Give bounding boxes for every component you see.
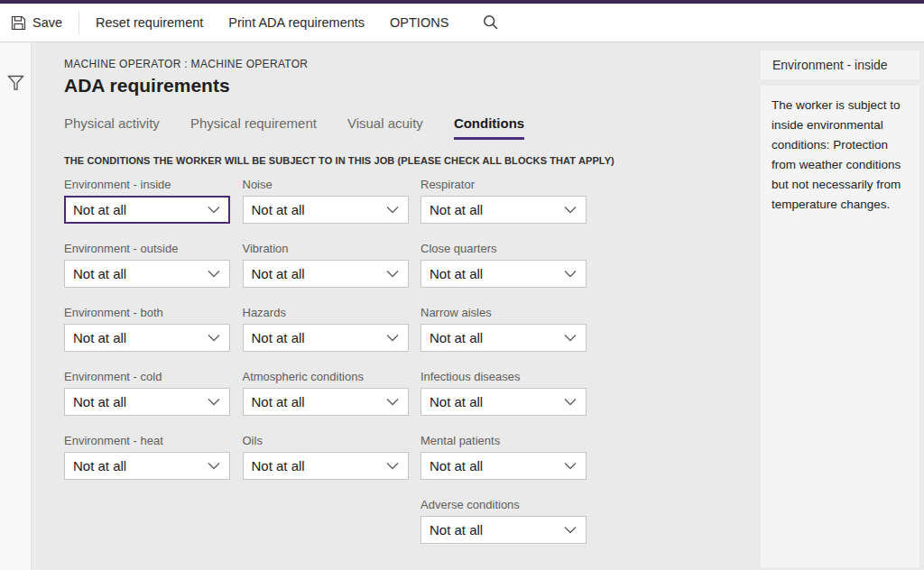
field-label: Noise [243, 178, 409, 191]
condition-field: Oils Not at all [243, 434, 409, 480]
search-button[interactable] [474, 4, 508, 41]
field-label: Vibration [243, 242, 409, 255]
dropdown-environment-inside[interactable]: Not at all [64, 196, 230, 224]
dropdown-vibration[interactable]: Not at all [243, 260, 409, 288]
dropdown-value: Not at all [430, 266, 483, 281]
chevron-down-icon [386, 398, 399, 406]
conditions-grid: Environment - inside Not at all Environm… [64, 178, 758, 562]
reset-requirement-label: Reset requirement [96, 15, 203, 30]
dropdown-hazards[interactable]: Not at all [243, 324, 409, 352]
condition-field: Hazards Not at all [243, 306, 409, 352]
search-icon [483, 14, 499, 31]
save-icon [11, 15, 26, 31]
condition-field: Environment - inside Not at all [64, 178, 230, 224]
field-label: Oils [243, 434, 409, 447]
condition-field: Close quarters Not at all [420, 242, 587, 288]
dropdown-narrow-aisles[interactable]: Not at all [420, 324, 587, 352]
dropdown-mental-patients[interactable]: Not at all [420, 452, 587, 480]
chevron-down-icon [564, 206, 577, 214]
dropdown-close-quarters[interactable]: Not at all [420, 260, 587, 288]
field-label: Mental patients [420, 434, 587, 447]
side-panel-description: The worker is subject to inside environm… [761, 86, 919, 567]
chevron-down-icon [564, 398, 577, 406]
dropdown-value: Not at all [73, 202, 126, 217]
condition-field: Environment - heat Not at all [64, 434, 230, 480]
dropdown-oils[interactable]: Not at all [243, 452, 409, 480]
field-label: Hazards [243, 306, 409, 319]
conditions-column-1: Environment - inside Not at all Environm… [64, 178, 230, 562]
dropdown-infectious-diseases[interactable]: Not at all [420, 388, 587, 416]
dropdown-value: Not at all [430, 202, 483, 217]
chevron-down-icon [208, 206, 220, 214]
field-label: Environment - inside [64, 178, 230, 191]
chevron-down-icon [564, 526, 577, 534]
dropdown-noise[interactable]: Not at all [243, 196, 409, 224]
field-label: Infectious diseases [420, 370, 587, 383]
options-menu-label: OPTIONS [390, 15, 448, 30]
main-content: MACHINE OPERATOR : MACHINE OPERATOR ADA … [32, 42, 758, 570]
side-panel-title: Environment - inside [761, 51, 919, 79]
tab-physical-activity[interactable]: Physical activity [64, 115, 160, 140]
tab-visual-acuity[interactable]: Visual acuity [347, 115, 423, 140]
condition-field: Infectious diseases Not at all [420, 370, 587, 416]
filter-button[interactable] [7, 75, 24, 91]
condition-field: Atmospheric conditions Not at all [243, 370, 409, 416]
field-label: Respirator [420, 178, 587, 191]
dropdown-value: Not at all [73, 458, 126, 473]
reset-requirement-button[interactable]: Reset requirement [83, 4, 216, 41]
save-button-label: Save [32, 15, 62, 30]
chevron-down-icon [564, 462, 577, 470]
condition-field: Environment - outside Not at all [64, 242, 230, 288]
field-label: Environment - both [64, 306, 230, 319]
print-ada-requirements-button[interactable]: Print ADA requirements [216, 4, 377, 41]
condition-field: Vibration Not at all [243, 242, 409, 288]
section-heading: THE CONDITIONS THE WORKER WILL BE SUBJEC… [64, 155, 758, 166]
dropdown-value: Not at all [252, 394, 305, 409]
dropdown-value: Not at all [73, 394, 126, 409]
ada-requirements-page: Save Reset requirement Print ADA require… [0, 0, 924, 570]
dropdown-value: Not at all [73, 330, 126, 345]
dropdown-value: Not at all [73, 266, 126, 281]
options-menu-button[interactable]: OPTIONS [377, 4, 461, 41]
condition-field: Respirator Not at all [420, 178, 587, 224]
tab-physical-requirement[interactable]: Physical requirement [190, 115, 317, 140]
condition-field: Adverse conditions Not at all [420, 498, 587, 544]
dropdown-respirator[interactable]: Not at all [420, 196, 587, 224]
left-rail [0, 42, 32, 570]
save-button[interactable]: Save [11, 4, 75, 41]
breadcrumb: MACHINE OPERATOR : MACHINE OPERATOR [64, 58, 758, 70]
field-label: Environment - heat [64, 434, 230, 447]
dropdown-atmospheric-conditions[interactable]: Not at all [243, 388, 409, 416]
dropdown-value: Not at all [252, 202, 305, 217]
dropdown-value: Not at all [252, 266, 305, 281]
chevron-down-icon [208, 462, 220, 470]
chevron-down-icon [564, 334, 577, 342]
chevron-down-icon [208, 270, 220, 278]
dropdown-adverse-conditions[interactable]: Not at all [420, 516, 587, 544]
chevron-down-icon [386, 462, 399, 470]
field-label: Close quarters [420, 242, 587, 255]
dropdown-environment-outside[interactable]: Not at all [64, 260, 230, 288]
command-bar: Save Reset requirement Print ADA require… [0, 4, 924, 42]
dropdown-value: Not at all [430, 394, 483, 409]
conditions-column-3: Respirator Not at all Close quarters Not… [420, 178, 587, 562]
chevron-down-icon [208, 334, 220, 342]
condition-field: Environment - both Not at all [64, 306, 230, 352]
dropdown-value: Not at all [430, 458, 483, 473]
dropdown-environment-cold[interactable]: Not at all [64, 388, 230, 416]
chevron-down-icon [564, 270, 577, 278]
dropdown-environment-both[interactable]: Not at all [64, 324, 230, 352]
condition-field: Environment - cold Not at all [64, 370, 230, 416]
tab-conditions[interactable]: Conditions [454, 115, 524, 140]
chevron-down-icon [208, 398, 220, 406]
dropdown-value: Not at all [252, 458, 305, 473]
dropdown-value: Not at all [430, 522, 483, 538]
dropdown-value: Not at all [430, 330, 483, 345]
dropdown-value: Not at all [252, 330, 305, 345]
detail-side-panel: Environment - inside The worker is subje… [758, 42, 924, 570]
tab-strip: Physical activity Physical requirement V… [64, 115, 758, 140]
field-label: Narrow aisles [420, 306, 587, 319]
field-label: Environment - cold [64, 370, 230, 383]
field-label: Environment - outside [64, 242, 230, 255]
dropdown-environment-heat[interactable]: Not at all [64, 452, 230, 480]
